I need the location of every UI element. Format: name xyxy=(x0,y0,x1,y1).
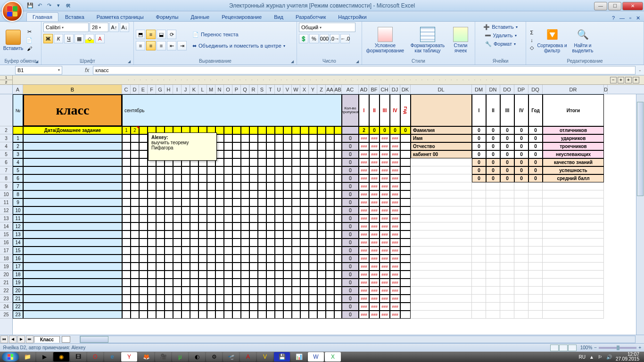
cell[interactable]: ### xyxy=(380,190,390,198)
cell[interactable] xyxy=(207,287,215,295)
decrease-decimal-icon[interactable]: ←.0 xyxy=(340,34,350,43)
cell[interactable] xyxy=(326,134,334,142)
cell[interactable] xyxy=(334,174,342,182)
cell[interactable] xyxy=(122,198,131,206)
cell[interactable]: ### xyxy=(380,303,390,311)
cell[interactable] xyxy=(215,166,224,174)
cell[interactable] xyxy=(411,214,472,222)
cell[interactable] xyxy=(400,247,411,255)
cell[interactable] xyxy=(122,134,131,142)
cell[interactable] xyxy=(173,287,182,295)
cell[interactable] xyxy=(283,263,292,271)
cell[interactable] xyxy=(275,287,283,295)
cell[interactable] xyxy=(207,271,215,279)
cell[interactable] xyxy=(283,198,292,206)
cell[interactable]: III xyxy=(500,94,514,126)
cell[interactable] xyxy=(165,271,173,279)
cell[interactable] xyxy=(165,255,173,263)
font-name-combo[interactable]: Calibri▾ xyxy=(43,23,89,32)
cell[interactable] xyxy=(326,263,334,271)
zoom-out-icon[interactable]: − xyxy=(594,345,597,350)
cell[interactable] xyxy=(275,190,283,198)
cell[interactable] xyxy=(215,255,224,263)
cell[interactable] xyxy=(300,150,309,158)
cell[interactable] xyxy=(266,222,275,230)
cell[interactable]: № xyxy=(13,94,23,126)
cell[interactable] xyxy=(190,255,198,263)
cell[interactable]: 0 xyxy=(500,174,514,182)
cell[interactable]: 0 xyxy=(369,126,380,134)
cell[interactable] xyxy=(173,303,182,311)
sheet-nav-last-icon[interactable]: ⏭ xyxy=(26,336,33,343)
cell[interactable]: ### xyxy=(390,295,400,303)
taskbar-app1-icon[interactable]: ◐ xyxy=(189,352,205,362)
cell[interactable]: ### xyxy=(390,214,400,222)
cell[interactable] xyxy=(292,287,300,295)
cell[interactable] xyxy=(411,247,472,255)
cell[interactable] xyxy=(317,214,326,222)
cell[interactable]: Дата/Домашнее задание xyxy=(23,126,122,134)
cell[interactable]: 0 xyxy=(528,142,543,150)
cell[interactable]: ### xyxy=(369,174,380,182)
cell[interactable] xyxy=(334,287,342,295)
cell[interactable] xyxy=(198,255,207,263)
cell[interactable] xyxy=(232,214,241,222)
cell[interactable] xyxy=(400,271,411,279)
align-dialog-icon[interactable]: ◢ xyxy=(291,59,294,64)
cell[interactable] xyxy=(173,206,182,214)
cell[interactable] xyxy=(275,239,283,247)
cell[interactable] xyxy=(292,214,300,222)
cell[interactable]: ### xyxy=(369,287,380,295)
cell[interactable] xyxy=(500,311,514,319)
cell[interactable] xyxy=(266,271,275,279)
cell[interactable]: ### xyxy=(359,263,369,271)
cell[interactable] xyxy=(275,279,283,287)
cell[interactable] xyxy=(334,255,342,263)
cell[interactable] xyxy=(514,287,528,295)
cell[interactable] xyxy=(232,126,241,134)
cell[interactable] xyxy=(309,311,317,319)
cell[interactable]: 21 xyxy=(13,295,23,303)
cell[interactable]: 0 xyxy=(342,263,359,271)
cell[interactable] xyxy=(292,279,300,287)
cell[interactable] xyxy=(23,239,122,247)
taskbar-yandex-icon[interactable]: Y xyxy=(121,352,137,362)
cell[interactable] xyxy=(156,303,165,311)
cell[interactable] xyxy=(400,303,411,311)
cell[interactable] xyxy=(190,247,198,255)
cell[interactable] xyxy=(514,295,528,303)
cell[interactable] xyxy=(292,311,300,319)
cell[interactable] xyxy=(317,295,326,303)
cell[interactable] xyxy=(292,263,300,271)
cell[interactable] xyxy=(232,287,241,295)
cell[interactable] xyxy=(258,263,266,271)
cell[interactable] xyxy=(224,174,232,182)
cell[interactable] xyxy=(411,263,472,271)
cell[interactable] xyxy=(400,263,411,271)
cell[interactable] xyxy=(528,214,543,222)
format-painter-icon[interactable]: 🖌 xyxy=(25,45,33,52)
cell[interactable] xyxy=(514,198,528,206)
cell[interactable] xyxy=(148,263,156,271)
cell[interactable] xyxy=(486,263,500,271)
align-right-icon[interactable]: ≡ xyxy=(157,41,166,50)
cell[interactable] xyxy=(275,182,283,190)
cell[interactable] xyxy=(148,182,156,190)
cell[interactable] xyxy=(198,174,207,182)
cell[interactable] xyxy=(139,142,148,150)
cell[interactable]: ### xyxy=(359,142,369,150)
cell[interactable] xyxy=(334,222,342,230)
col-header[interactable]: V xyxy=(283,85,292,94)
cell[interactable] xyxy=(400,150,411,158)
cell[interactable]: ### xyxy=(390,287,400,295)
cell[interactable] xyxy=(486,295,500,303)
cell[interactable]: 2 xyxy=(359,126,369,134)
cell[interactable] xyxy=(198,287,207,295)
cell[interactable] xyxy=(472,214,486,222)
font-size-combo[interactable]: 28▾ xyxy=(90,23,108,32)
wrap-text-button[interactable]: 📄Перенос текста xyxy=(190,30,287,39)
save-icon[interactable]: 💾 xyxy=(26,2,34,9)
col-header[interactable]: T xyxy=(266,85,275,94)
cell[interactable] xyxy=(326,214,334,222)
cell[interactable] xyxy=(131,214,139,222)
